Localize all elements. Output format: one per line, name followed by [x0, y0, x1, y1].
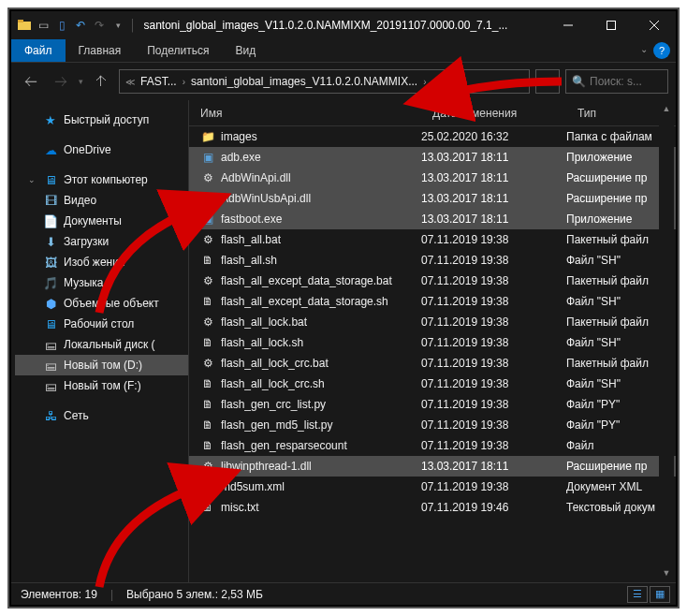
file-row[interactable]: 🗎flash_all_lock_crc.sh07.11.2019 19:38Фа… — [189, 374, 676, 394]
nav-desktop[interactable]: 🖥Рабочий стол — [15, 314, 188, 334]
nav-onedrive[interactable]: ☁OneDrive — [15, 139, 188, 160]
file-name: flash_gen_crc_list.py — [221, 398, 326, 411]
nav-music[interactable]: 🎵Музыка — [15, 272, 188, 293]
file-row[interactable]: ⚙libwinpthread-1.dll13.03.2017 18:11Расш… — [189, 456, 676, 477]
address-bar[interactable]: ≪ FAST... › santoni_global_images_V11.0.… — [119, 69, 530, 94]
qa-dropdown-icon[interactable]: ▾ — [110, 18, 125, 33]
nav-forward-button[interactable]: 🡢 — [49, 69, 73, 94]
minimize-button[interactable] — [547, 11, 590, 39]
file-name: flash_all_lock_crc.sh — [221, 377, 325, 390]
help-icon[interactable]: ? — [653, 42, 670, 59]
file-date: 07.11.2019 19:38 — [421, 254, 566, 267]
nav-up-button[interactable]: 🡡 — [89, 69, 113, 94]
col-name[interactable]: Имя — [189, 107, 421, 120]
file-icon: 🗎 — [200, 397, 215, 412]
tab-share[interactable]: Поделиться — [134, 39, 222, 62]
file-row[interactable]: 🗎flash_gen_md5_list.py07.11.2019 19:38Фа… — [189, 415, 676, 435]
file-row[interactable]: ⚙AdbWinApi.dll13.03.2017 18:11Расширение… — [189, 168, 676, 188]
tab-file[interactable]: Файл — [11, 39, 66, 62]
file-date: 13.03.2017 18:11 — [421, 171, 566, 184]
qa-redo-icon[interactable]: ↷ — [92, 18, 107, 33]
nav-history-dropdown[interactable]: ▾ — [79, 77, 83, 86]
file-date: 07.11.2019 19:38 — [421, 295, 566, 308]
drive-icon: 🖴 — [43, 378, 58, 393]
file-row[interactable]: ▣fastboot.exe13.03.2017 18:11Приложение — [189, 209, 676, 229]
file-row[interactable]: 📁images25.02.2020 16:32Папка с файлам — [189, 126, 676, 147]
music-icon: 🎵 — [43, 275, 58, 290]
nav-c-drive[interactable]: 🖴Локальный диск ( — [15, 334, 188, 355]
nav-quick-access[interactable]: ★Быстрый доступ — [15, 110, 188, 130]
file-name: flash_all_lock.bat — [221, 315, 307, 329]
scroll-down-icon[interactable]: ▼ — [659, 565, 674, 580]
file-name: flash_all_except_data_storage.bat — [221, 274, 392, 287]
chevron-icon: ≪ — [125, 77, 135, 87]
file-icon: 📁 — [200, 129, 215, 144]
qa-props-icon[interactable]: ▭ — [36, 18, 51, 33]
nav-documents[interactable]: 📄Документы — [15, 211, 188, 231]
file-icon: 🗎 — [200, 500, 215, 515]
nav-back-button[interactable]: 🡠 — [19, 69, 43, 94]
navigation-pane: ★Быстрый доступ ☁OneDrive ⌄🖥Этот компьют… — [11, 100, 189, 582]
breadcrumb-2[interactable]: santoni_global_images_V11.0.2.0.NAMMIX..… — [191, 75, 417, 88]
column-headers: Имя Дата изменения Тип — [189, 100, 676, 126]
file-date: 13.03.2017 18:11 — [421, 460, 566, 473]
cloud-icon: ☁ — [43, 142, 58, 157]
nav-videos[interactable]: 🎞Видео — [15, 190, 188, 211]
file-date: 25.02.2020 16:32 — [421, 130, 566, 143]
file-row[interactable]: 🗎flash_all.sh07.11.2019 19:38Файл "SH" — [189, 250, 676, 271]
nav-3d-objects[interactable]: ⬢Объемные объект — [15, 293, 188, 314]
file-name: AdbWinUsbApi.dll — [221, 192, 311, 205]
svg-rect-1 — [18, 20, 23, 22]
nav-this-pc[interactable]: ⌄🖥Этот компьютер — [15, 169, 188, 190]
file-row[interactable]: 🗎md5sum.xml07.11.2019 19:38Документ XML — [189, 477, 676, 497]
drive-icon: 🖴 — [43, 337, 58, 352]
close-button[interactable] — [633, 11, 676, 39]
breadcrumb-1[interactable]: FAST... — [140, 75, 177, 88]
chevron-right-icon: › — [423, 77, 426, 87]
file-row[interactable]: ⚙flash_all_lock_crc.bat07.11.2019 19:38П… — [189, 353, 676, 374]
file-row[interactable]: 🗎flash_all_lock.sh07.11.2019 19:38Файл "… — [189, 332, 676, 353]
explorer-window: ▭ ▯ ↶ ↷ ▾ │ santoni_global_images_V11.0.… — [11, 11, 676, 605]
address-row: 🡠 🡢 ▾ 🡡 ≪ FAST... › santoni_global_image… — [11, 63, 676, 100]
file-row[interactable]: ⚙flash_all.bat07.11.2019 19:38Пакетный ф… — [189, 229, 676, 250]
col-date[interactable]: Дата изменения — [421, 107, 566, 120]
nav-images[interactable]: 🖼Изоб жения — [15, 252, 188, 272]
file-date: 07.11.2019 19:38 — [421, 398, 566, 411]
qa-check-icon[interactable]: ▯ — [54, 18, 69, 33]
nav-downloads[interactable]: ⬇Загрузки — [15, 231, 188, 252]
tab-view[interactable]: Вид — [222, 39, 269, 62]
file-row[interactable]: 🗎flash_gen_resparsecount07.11.2019 19:38… — [189, 435, 676, 456]
maximize-button[interactable] — [590, 11, 633, 39]
view-details-button[interactable]: ☰ — [627, 586, 648, 603]
file-name: images — [221, 130, 257, 143]
view-thumbs-button[interactable]: ▦ — [650, 586, 670, 603]
file-date: 07.11.2019 19:38 — [421, 418, 566, 432]
nav-d-drive[interactable]: 🖴Новый том (D:) — [15, 355, 188, 375]
vertical-scrollbar[interactable]: ▲ ▼ — [659, 101, 674, 580]
file-date: 07.11.2019 19:38 — [421, 315, 566, 329]
file-row[interactable]: ⚙flash_all_lock.bat07.11.2019 19:38Пакет… — [189, 312, 676, 332]
cube-icon: ⬢ — [43, 296, 58, 311]
svg-rect-0 — [18, 22, 31, 30]
file-date: 13.03.2017 18:11 — [421, 192, 566, 205]
qa-undo-icon[interactable]: ↶ — [73, 18, 88, 33]
refresh-button[interactable]: ⟳ — [535, 69, 560, 94]
folder-icon — [17, 18, 32, 33]
file-row[interactable]: ⚙AdbWinUsbApi.dll13.03.2017 18:11Расшире… — [189, 188, 676, 209]
status-selected: Выбрано 5 элем.: 2,53 МБ — [126, 588, 263, 601]
nav-network[interactable]: 🖧Сеть — [15, 405, 188, 426]
file-date: 07.11.2019 19:38 — [421, 336, 566, 349]
file-row[interactable]: ⚙flash_all_except_data_storage.bat07.11.… — [189, 271, 676, 291]
tab-home[interactable]: Главная — [66, 39, 135, 62]
file-row[interactable]: ▣adb.exe13.03.2017 18:11Приложение — [189, 147, 676, 168]
scroll-up-icon[interactable]: ▲ — [659, 101, 674, 116]
document-icon: 📄 — [43, 213, 58, 228]
file-row[interactable]: 🗎flash_gen_crc_list.py07.11.2019 19:38Фа… — [189, 394, 676, 415]
file-row[interactable]: 🗎flash_all_except_data_storage.sh07.11.2… — [189, 291, 676, 312]
file-row[interactable]: 🗎misc.txt07.11.2019 19:46Текстовый докум — [189, 497, 676, 518]
file-icon: ⚙ — [200, 232, 215, 247]
search-input[interactable]: 🔍 Поиск: s... — [565, 69, 668, 94]
file-name: misc.txt — [221, 501, 259, 514]
ribbon-expand-icon[interactable]: ⌄ — [640, 44, 648, 54]
nav-f-drive[interactable]: 🖴Новый том (F:) — [15, 375, 188, 396]
